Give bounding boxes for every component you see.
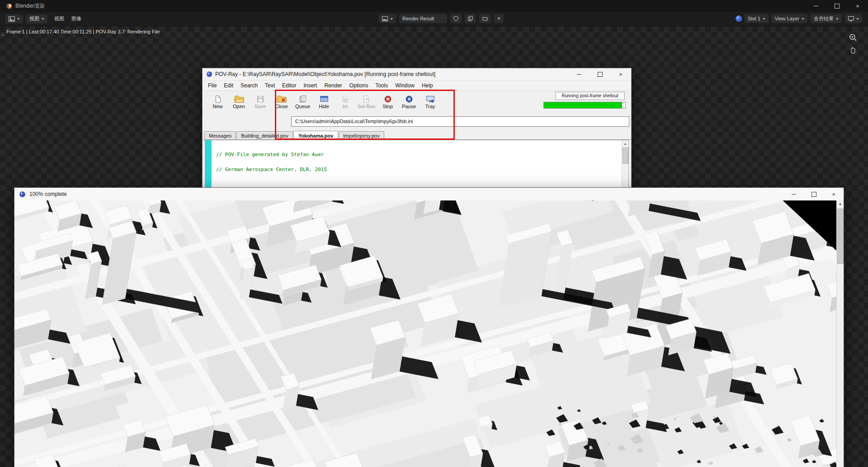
- code-line: [216, 182, 628, 187]
- render-status-text: Frame:1 | Last:00:17.40 Time:00:11.25 | …: [6, 29, 160, 34]
- code-line: // German Aerospace Center, DLR, 2015: [216, 167, 628, 172]
- editor-type-button[interactable]: [5, 14, 23, 24]
- image-mode-label: 视图: [29, 15, 39, 22]
- chevron-down-icon: [836, 18, 839, 21]
- image-name-field[interactable]: Render Result: [399, 14, 447, 23]
- menu-image[interactable]: 图像: [68, 15, 85, 22]
- render-progress-bar: [543, 102, 626, 109]
- new-image-button[interactable]: [465, 14, 476, 23]
- tab-building-detailed[interactable]: Building_detailed.pov: [236, 131, 293, 139]
- menu-render[interactable]: Render: [321, 81, 345, 90]
- scroll-up-icon[interactable]: ▲: [837, 200, 844, 207]
- render-result-window: 100% complete × ▲ ▼: [14, 187, 844, 467]
- image-name-label: Render Result: [402, 16, 434, 21]
- tab-tmp-pov[interactable]: tmpx6rqorsy.pov: [339, 131, 384, 139]
- open-image-button[interactable]: [479, 14, 491, 23]
- povray-menubar: File Edit Search Text Editor Insert Rend…: [203, 81, 631, 91]
- chevron-down-icon: [17, 18, 20, 21]
- render-scrollbar[interactable]: ▲ ▼: [836, 200, 844, 467]
- chevron-down-icon: [856, 18, 859, 21]
- copy-icon: [468, 16, 473, 21]
- stop-button[interactable]: Stop: [377, 91, 398, 115]
- blender-titlebar: Blender渲染 ×: [0, 0, 868, 12]
- chevron-down-icon: [802, 18, 804, 21]
- shield-icon: [453, 16, 458, 21]
- render-scroll-thumb[interactable]: [837, 209, 844, 264]
- close-icon: ×: [497, 15, 500, 22]
- menu-options[interactable]: Options: [346, 81, 372, 90]
- ini-button: Ini: [335, 91, 356, 115]
- povray-minimize-button[interactable]: [569, 68, 590, 80]
- povray-maximize-button[interactable]: [590, 68, 610, 80]
- tray-button[interactable]: Tray: [420, 91, 441, 115]
- povray-titlebar[interactable]: POV-Ray - E:\RaySAR\RaySAR\Model\Object\…: [203, 68, 631, 81]
- hide-button[interactable]: Hide: [313, 91, 335, 115]
- ini-file-icon: [341, 95, 350, 104]
- run-arrow-icon: [362, 95, 372, 104]
- menu-file[interactable]: File: [204, 81, 220, 90]
- render-pass-dropdown[interactable]: 合并结果: [811, 14, 842, 23]
- region-expand-icon[interactable]: ›: [2, 32, 4, 38]
- render-window-titlebar[interactable]: 100% complete ×: [14, 188, 844, 201]
- close-file-icon: [276, 95, 287, 104]
- new-document-icon: [213, 95, 223, 104]
- menu-insert[interactable]: Insert: [300, 81, 321, 90]
- menu-view[interactable]: 视图: [51, 15, 68, 22]
- povray-close-button[interactable]: ×: [610, 68, 631, 80]
- stop-icon: [383, 95, 392, 104]
- ini-path-row: C:\Users\admin\AppData\Local\Temp\tmpy6g…: [203, 115, 631, 129]
- blender-minimize-button[interactable]: [806, 0, 826, 12]
- blender-close-button[interactable]: ×: [847, 0, 868, 12]
- blender-maximize-button[interactable]: [826, 0, 847, 12]
- image-mode-dropdown[interactable]: 视图: [26, 14, 47, 24]
- render-close-button[interactable]: ×: [824, 188, 844, 200]
- slot-dropdown[interactable]: Slot 1: [745, 14, 769, 23]
- menu-tools[interactable]: Tools: [372, 81, 392, 90]
- editor-tabs: Messages Building_detailed.pov Yokohama.…: [203, 129, 631, 140]
- view-layer-dropdown[interactable]: View Layer: [772, 14, 807, 23]
- ini-path-field[interactable]: C:\Users\admin\AppData\Local\Temp\tmpy6g…: [291, 116, 629, 127]
- view-layer-label: View Layer: [775, 16, 799, 21]
- open-button[interactable]: Open: [228, 91, 250, 115]
- slot-label: Slot 1: [748, 16, 760, 21]
- render-window-title: 100% complete: [29, 191, 67, 197]
- tab-yokohama[interactable]: Yokohama.pov: [293, 131, 338, 140]
- povray-window-title: POV-Ray - E:\RaySAR\RaySAR\Model\Object\…: [215, 71, 435, 77]
- render-minimize-button[interactable]: [784, 188, 804, 200]
- browse-image-button[interactable]: [379, 14, 396, 23]
- queue-button[interactable]: Queue: [292, 91, 313, 115]
- queue-pages-icon: [298, 95, 308, 104]
- unlink-image-button[interactable]: ×: [494, 14, 504, 23]
- render-image: [14, 200, 844, 467]
- blender-window-title: Blender渲染: [15, 2, 45, 10]
- desktop: Blender渲染 × 视图 视图 图像: [0, 0, 868, 467]
- scroll-up-icon[interactable]: ▲: [622, 140, 628, 147]
- chevron-down-icon: [763, 18, 765, 21]
- pan-hand-icon[interactable]: [848, 45, 858, 55]
- display-settings-button[interactable]: [845, 14, 862, 23]
- blender-logo-icon: [5, 3, 12, 10]
- povray-toolbar: New Open Save Close Q: [203, 91, 631, 115]
- pause-button[interactable]: Pause: [398, 91, 420, 115]
- menu-edit[interactable]: Edit: [220, 81, 237, 90]
- menu-help[interactable]: Help: [418, 81, 437, 90]
- editor-scroll-thumb[interactable]: [623, 148, 628, 164]
- sel-run-button: Sel-Run: [356, 91, 377, 115]
- render-progress-fill: [544, 102, 622, 108]
- render-options-group: Slot 1 View Layer 合并结果: [735, 14, 865, 23]
- close-button[interactable]: Close: [271, 91, 292, 115]
- fake-user-button[interactable]: [450, 14, 462, 23]
- menu-text[interactable]: Text: [261, 81, 278, 90]
- chevron-down-icon: [42, 18, 44, 21]
- new-button[interactable]: New: [207, 91, 228, 115]
- menu-search[interactable]: Search: [237, 81, 261, 90]
- render-pass-label: 合并结果: [814, 15, 834, 22]
- zoom-tool-icon[interactable]: [848, 33, 858, 43]
- monitor-icon: [848, 16, 854, 21]
- render-maximize-button[interactable]: [804, 188, 824, 200]
- folder-icon: [482, 16, 488, 21]
- menu-window[interactable]: Window: [392, 81, 418, 90]
- povray-render-icon: [19, 191, 26, 198]
- menu-editor[interactable]: Editor: [278, 81, 300, 90]
- tab-messages[interactable]: Messages: [204, 131, 236, 139]
